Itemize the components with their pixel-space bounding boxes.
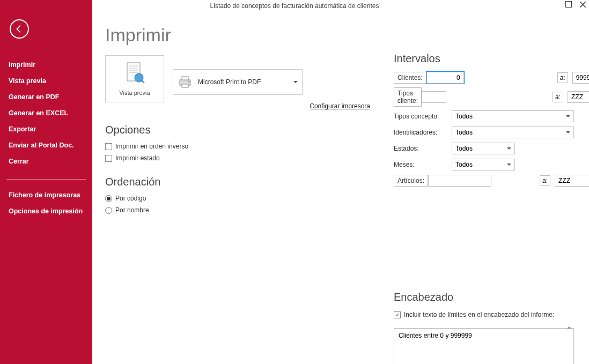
- vista-previa-button[interactable]: Vista previa: [105, 55, 164, 102]
- intervalos-title: Intervalos: [394, 53, 574, 65]
- printer-name: Microsoft Print to PDF: [198, 78, 261, 86]
- estados-label: Estados:: [394, 145, 452, 152]
- svg-rect-11: [182, 84, 188, 87]
- a-label-3[interactable]: a:: [540, 175, 550, 186]
- tipos-cliente-from-input[interactable]: [422, 91, 446, 103]
- articulos-from-input[interactable]: [428, 175, 491, 187]
- window-close-button[interactable]: [579, 1, 586, 8]
- vista-previa-label: Vista previa: [119, 90, 150, 96]
- document-preview-icon: [124, 62, 145, 87]
- encabezado-textarea[interactable]: [394, 328, 574, 364]
- chevron-down-icon: [507, 147, 511, 150]
- estados-select[interactable]: Todos: [452, 143, 515, 154]
- svg-point-12: [188, 81, 190, 83]
- configure-printer-link[interactable]: Configurar impresora: [173, 102, 370, 110]
- identificadores-label: Identificadores:: [394, 129, 452, 136]
- a-label-1[interactable]: a:: [557, 72, 568, 83]
- clientes-label-button[interactable]: Clientes:: [394, 72, 426, 84]
- nav-fichero-impresoras[interactable]: Fichero de impresoras: [6, 187, 86, 203]
- incluir-limites-checkbox[interactable]: [394, 311, 401, 318]
- meses-select[interactable]: Todos: [452, 159, 515, 170]
- orden-inverso-label: Imprimir en orden inverso: [115, 143, 188, 150]
- nav-opciones-impresion[interactable]: Opciones de impresión: [6, 203, 86, 219]
- chevron-down-icon: [293, 81, 298, 83]
- identificadores-value: Todos: [455, 129, 473, 136]
- tipos-concepto-value: Todos: [455, 113, 473, 120]
- nav-exportar[interactable]: Exportar: [6, 121, 86, 137]
- back-button[interactable]: [10, 19, 29, 39]
- window-maximize-button[interactable]: [565, 1, 572, 8]
- nav-generar-pdf[interactable]: Generar en PDF: [6, 89, 86, 105]
- incluir-limites-label: Incluir texto de límites en el encabezad…: [404, 311, 554, 318]
- nav-generar-excel[interactable]: Generar en EXCEL: [6, 105, 86, 121]
- scroll-up-icon[interactable]: [565, 324, 573, 331]
- orden-inverso-checkbox[interactable]: [105, 143, 112, 150]
- printer-icon: [178, 75, 193, 90]
- imprimir-estado-checkbox[interactable]: [105, 155, 112, 162]
- por-codigo-label: Por código: [115, 195, 146, 202]
- tipos-concepto-label: Tipos concepto:: [394, 113, 452, 120]
- chevron-down-icon: [566, 131, 570, 133]
- encabezado-title: Encabezado: [394, 291, 574, 303]
- svg-rect-10: [182, 77, 188, 80]
- meses-label: Meses:: [394, 161, 452, 168]
- estados-value: Todos: [455, 145, 473, 152]
- nav-vista-previa[interactable]: Vista previa: [6, 73, 86, 89]
- articulos-label-button[interactable]: Artículos:: [394, 175, 428, 187]
- identificadores-select[interactable]: Todos: [452, 127, 574, 138]
- nav-enviar-portal[interactable]: Enviar al Portal Doc.: [6, 137, 86, 153]
- nav-imprimir[interactable]: Imprimir: [6, 57, 86, 73]
- chevron-down-icon: [566, 115, 570, 117]
- page-title: Imprimir: [105, 25, 574, 46]
- chevron-down-icon: [507, 164, 511, 166]
- tipos-cliente-to-input[interactable]: [568, 91, 589, 103]
- a-label-2[interactable]: a:: [553, 92, 563, 102]
- meses-value: Todos: [455, 161, 473, 168]
- tipos-cliente-label-button[interactable]: Tipos cliente:: [394, 87, 422, 107]
- printer-select[interactable]: Microsoft Print to PDF: [173, 69, 303, 95]
- svg-line-8: [142, 80, 144, 83]
- clientes-from-input[interactable]: [426, 72, 464, 84]
- clientes-to-input[interactable]: [572, 72, 589, 84]
- articulos-to-input[interactable]: [555, 175, 589, 187]
- por-codigo-radio[interactable]: [105, 195, 112, 202]
- por-nombre-label: Por nombre: [115, 206, 149, 214]
- sidebar: Imprimir Vista previa Generar en PDF Gen…: [0, 0, 92, 364]
- por-nombre-radio[interactable]: [105, 207, 112, 214]
- imprimir-estado-label: Imprimir estado: [115, 154, 160, 162]
- tipos-concepto-select[interactable]: Todos: [452, 110, 574, 122]
- nav-cerrar[interactable]: Cerrar: [6, 153, 86, 169]
